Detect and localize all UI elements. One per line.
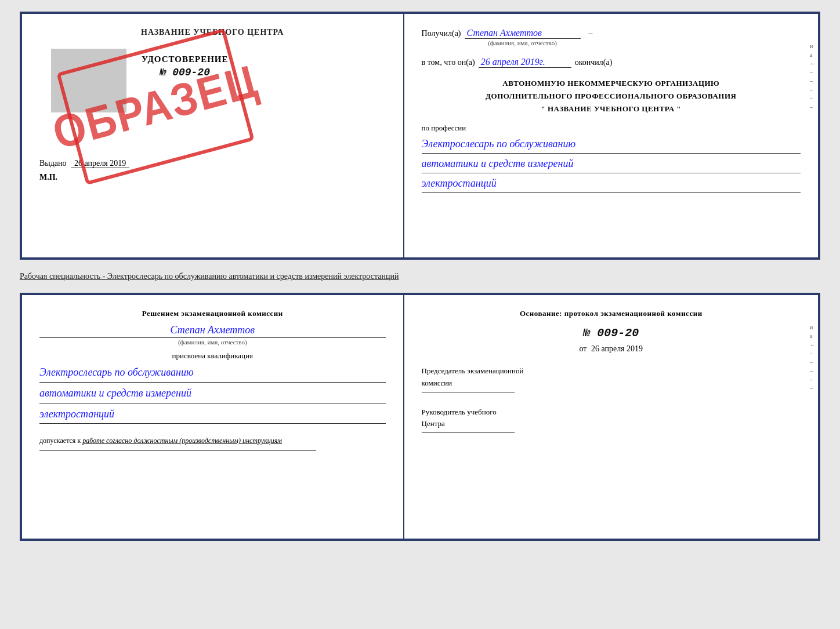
poluchil-label: Получил(а) xyxy=(422,29,461,38)
bottom-side-decorations: и а ← – – – – – xyxy=(810,324,816,391)
predsedatel-sign-line xyxy=(422,392,515,392)
predsedatel-line1: Председатель экзаменационной xyxy=(422,365,801,377)
vydano-label: Выдано xyxy=(39,159,67,168)
ot-block: от 26 апреля 2019 xyxy=(422,344,801,354)
vtom-line: в том, что он(а) 26 апреля 2019г. окончи… xyxy=(422,57,801,68)
predsedatel-block: Председатель экзаменационной комиссии xyxy=(422,365,801,392)
bottom-right-panel: Основание: протокол экзаменационной коми… xyxy=(404,295,818,539)
avt-line3: " НАЗВАНИЕ УЧЕБНОГО ЦЕНТРА " xyxy=(422,103,801,115)
osnovanie-block: Основание: протокол экзаменационной коми… xyxy=(422,309,801,318)
top-left-panel: НАЗВАНИЕ УЧЕБНОГО ЦЕНТРА УДОСТОВЕРЕНИЕ №… xyxy=(22,14,404,257)
reshen-label: Решением экзаменационной комиссии xyxy=(39,309,386,318)
recipient-name: Степан Ахметтов xyxy=(465,28,581,39)
prof-line1: Электрослесарь по обслуживанию xyxy=(422,136,801,154)
prof-line2: автоматики и средств измерений xyxy=(422,156,801,173)
qual-line3: электростанций xyxy=(39,406,386,424)
bottom-document: Решением экзаменационной комиссии Степан… xyxy=(20,293,820,541)
document-number: № 009-20 xyxy=(142,67,229,78)
ot-prefix: от xyxy=(579,344,586,353)
rukovoditel-line2: Центра xyxy=(422,418,801,430)
avt-block: АВТОНОМНУЮ НЕКОММЕРЧЕСКУЮ ОРГАНИЗАЦИЮ ДО… xyxy=(422,77,801,115)
qual-line2: автоматики и средств измерений xyxy=(39,385,386,403)
qual-line1: Электрослесарь по обслуживанию xyxy=(39,364,386,383)
prof-line3: электростанций xyxy=(422,176,801,193)
avt-line2: ДОПОЛНИТЕЛЬНОГО ПРОФЕССИОНАЛЬНОГО ОБРАЗО… xyxy=(422,90,801,103)
top-right-panel: Получил(а) Степан Ахметтов (фамилия, имя… xyxy=(404,14,818,257)
bottom-recipient-name: Степан Ахметтов xyxy=(39,324,386,336)
dopusk-block: допускается к работе согласно должностны… xyxy=(39,435,386,446)
rukovoditel-line1: Руководитель учебного xyxy=(422,406,801,419)
vydano-date: 26 апреля 2019 xyxy=(71,159,129,168)
vtom-date: 26 апреля 2019г. xyxy=(479,57,571,68)
predsedatel-line2: комиссии xyxy=(422,377,801,390)
top-document: НАЗВАНИЕ УЧЕБНОГО ЦЕНТРА УДОСТОВЕРЕНИЕ №… xyxy=(20,12,820,260)
bottom-left-panel: Решением экзаменационной комиссии Степан… xyxy=(22,295,404,539)
caption-between: Рабочая специальность - Электрослесарь п… xyxy=(20,267,820,286)
bottom-doc-number: № 009-20 xyxy=(422,326,801,340)
dopusk-prefix: допускается к xyxy=(39,437,81,445)
avt-line1: АВТОНОМНУЮ НЕКОММЕРЧЕСКУЮ ОРГАНИЗАЦИЮ xyxy=(422,77,801,90)
top-center-title: НАЗВАНИЕ УЧЕБНОГО ЦЕНТРА xyxy=(39,28,386,37)
po-professii-label: по профессии xyxy=(422,123,801,133)
udostoverenie-block: УДОСТОВЕРЕНИЕ № 009-20 xyxy=(136,54,229,118)
vydano-line: Выдано 26 апреля 2019 xyxy=(39,153,386,168)
poluchil-line: Получил(а) Степан Ахметтов (фамилия, имя… xyxy=(422,28,801,46)
famiya-caption: (фамилия, имя, отчество) xyxy=(465,39,581,46)
rukovoditel-sign-line xyxy=(422,432,515,433)
bottom-famiya-caption: (фамилия, имя, отчество) xyxy=(39,337,386,346)
dopusk-text: работе согласно должностным (производств… xyxy=(82,437,282,445)
prisvoyena-label: присвоена квалификация xyxy=(39,351,386,361)
photo-placeholder xyxy=(51,49,126,112)
okonchil-label: окончил(а) xyxy=(575,58,613,67)
caption-text: Рабочая специальность - Электрослесарь п… xyxy=(20,272,399,281)
vtom-label: в том, что он(а) xyxy=(422,58,475,67)
udostoverenie-title: УДОСТОВЕРЕНИЕ xyxy=(142,54,229,64)
bottom-sep-line xyxy=(39,450,316,451)
rukovoditel-block: Руководитель учебного Центра xyxy=(422,406,801,434)
mp-label: М.П. xyxy=(39,173,386,182)
side-decorations: и а ← – – – – – xyxy=(810,43,816,110)
ot-date: 26 апреля 2019 xyxy=(591,344,643,353)
